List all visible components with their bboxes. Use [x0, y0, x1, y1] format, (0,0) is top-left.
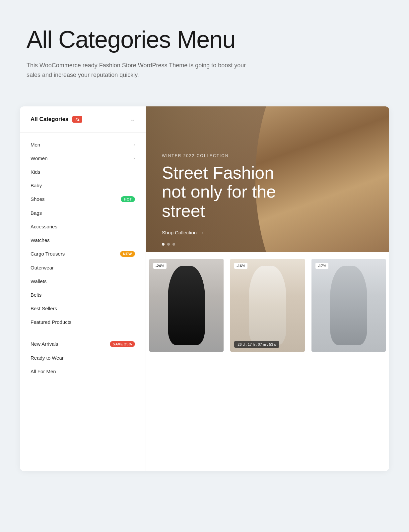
discount-badge-3: -17%	[315, 263, 329, 269]
nav-item-right: HOT	[121, 196, 135, 202]
sidebar-item-belts[interactable]: Belts	[20, 288, 146, 302]
sidebar-item-featured-products[interactable]: Featured Products	[20, 315, 146, 329]
category-nav: Men › Women › Kids Baby	[20, 133, 146, 384]
sidebar-item-bags[interactable]: Bags	[20, 206, 146, 220]
countdown-timer: 26 d : 17 h : 07 m : 53 s	[234, 341, 279, 348]
sidebar-item-accessories[interactable]: Accessories	[20, 220, 146, 233]
discount-badge-2: -16%	[234, 263, 247, 269]
sidebar-item-new-arrivals[interactable]: New Arrivals SAVE 25%	[20, 337, 146, 351]
sidebar-item-ready-to-wear[interactable]: Ready to Wear	[20, 351, 146, 365]
sidebar-item-men[interactable]: Men ›	[20, 138, 146, 151]
sidebar-item-outerwear[interactable]: Outerwear	[20, 261, 146, 274]
nav-item-label: Best Sellers	[31, 306, 57, 311]
page-title: All Categories Menu	[27, 27, 382, 53]
sidebar-item-shoes[interactable]: Shoes HOT	[20, 192, 146, 206]
nav-item-label: Cargo Trousers	[31, 251, 65, 257]
nav-item-label: All For Men	[31, 369, 56, 374]
nav-item-label: New Arrivals	[31, 341, 58, 347]
arrow-right-icon: →	[199, 230, 204, 235]
product-card-inner	[149, 259, 224, 352]
category-count-badge: 72	[72, 116, 82, 123]
chevron-down-icon[interactable]: ⌄	[130, 116, 135, 123]
product-image-3	[330, 266, 367, 345]
sidebar-item-cargo-trousers[interactable]: Cargo Trousers NEW	[20, 247, 146, 261]
nav-item-label: Shoes	[31, 196, 45, 202]
nav-item-label: Women	[31, 155, 47, 161]
save-badge: SAVE 25%	[110, 341, 135, 347]
product-card-inner	[311, 259, 386, 352]
product-grid: -24% -16% 26 d : 17 h : 07 m : 53 s -17%	[146, 252, 389, 471]
new-badge: NEW	[120, 251, 135, 257]
nav-item-label: Belts	[31, 292, 41, 298]
nav-item-label: Kids	[31, 169, 40, 175]
main-content: WINTER 2022 COLLECTION Street Fashion no…	[146, 106, 389, 471]
product-card-2[interactable]: -16% 26 d : 17 h : 07 m : 53 s	[230, 259, 305, 352]
banner-dot-2[interactable]	[167, 243, 170, 246]
banner-dot-1[interactable]	[162, 243, 165, 246]
hot-badge: HOT	[121, 196, 135, 202]
banner-dot-3[interactable]	[172, 243, 175, 246]
nav-item-label: Baby	[31, 183, 42, 188]
product-card-3[interactable]: -17%	[311, 259, 386, 352]
nav-item-label: Accessories	[31, 224, 57, 229]
sidebar-item-all-for-men[interactable]: All For Men	[20, 365, 146, 378]
product-card-inner	[230, 259, 305, 352]
product-image-2	[249, 266, 286, 345]
sidebar-header-left: All Categories 72	[31, 116, 82, 123]
hero-banner[interactable]: WINTER 2022 COLLECTION Street Fashion no…	[146, 106, 389, 252]
nav-item-right: ›	[133, 155, 135, 161]
nav-item-right: NEW	[120, 251, 135, 257]
sidebar: All Categories 72 ⌄ Men › Women ›	[20, 106, 146, 471]
product-image-1	[168, 266, 205, 345]
shop-collection-link[interactable]: Shop Collection →	[162, 230, 204, 236]
discount-badge-1: -24%	[153, 263, 167, 269]
nav-item-label: Featured Products	[31, 319, 71, 325]
nav-item-label: Bags	[31, 210, 42, 216]
sidebar-header[interactable]: All Categories 72 ⌄	[20, 106, 146, 133]
banner-content: WINTER 2022 COLLECTION Street Fashion no…	[146, 138, 317, 252]
banner-collection-label: WINTER 2022 COLLECTION	[162, 153, 301, 158]
banner-dots	[162, 243, 175, 246]
sidebar-item-kids[interactable]: Kids	[20, 165, 146, 179]
nav-divider	[31, 333, 135, 333]
main-panel: All Categories 72 ⌄ Men › Women ›	[20, 106, 389, 471]
chevron-right-icon: ›	[133, 155, 135, 161]
nav-item-label: Wallets	[31, 278, 47, 284]
nav-item-label: Watches	[31, 237, 50, 243]
nav-item-right: SAVE 25%	[110, 341, 135, 347]
hero-section: All Categories Menu This WooCommerce rea…	[0, 0, 409, 100]
sidebar-item-baby[interactable]: Baby	[20, 179, 146, 192]
banner-title: Street Fashion not only for the street	[162, 163, 301, 220]
nav-item-label: Ready to Wear	[31, 355, 64, 361]
sidebar-item-wallets[interactable]: Wallets	[20, 274, 146, 288]
nav-item-label: Outerwear	[31, 265, 54, 270]
sidebar-title: All Categories	[31, 116, 68, 123]
chevron-right-icon: ›	[133, 142, 135, 147]
nav-item-right: ›	[133, 142, 135, 147]
sidebar-item-best-sellers[interactable]: Best Sellers	[20, 302, 146, 315]
product-card-1[interactable]: -24%	[149, 259, 224, 352]
page-subtitle: This WooCommerce ready Fashion Store Wor…	[27, 61, 259, 80]
nav-item-label: Men	[31, 142, 40, 148]
sidebar-item-women[interactable]: Women ›	[20, 151, 146, 165]
sidebar-item-watches[interactable]: Watches	[20, 233, 146, 247]
banner-cta-label: Shop Collection	[162, 230, 197, 235]
